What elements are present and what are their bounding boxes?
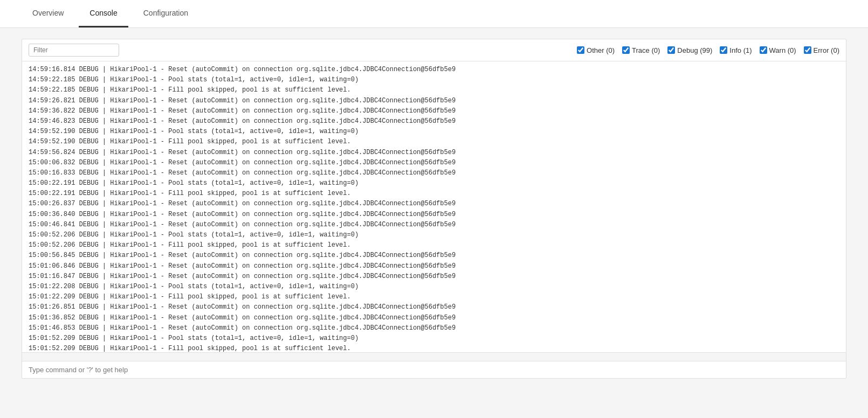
filter-label-warn: Warn (0): [769, 46, 796, 54]
filter-option-warn[interactable]: Warn (0): [760, 46, 796, 54]
filter-checkbox-info[interactable]: [720, 46, 727, 54]
log-area[interactable]: 14:59:16.814 DEBUG | HikariPool-1 - Rese…: [22, 61, 846, 352]
filter-option-other[interactable]: Other (0): [577, 46, 615, 54]
filter-checkbox-debug[interactable]: [667, 46, 675, 54]
console-container: Other (0)Trace (0)Debug (99)Info (1)Warn…: [22, 39, 846, 379]
filter-option-info[interactable]: Info (1): [720, 46, 752, 54]
filter-label-other: Other (0): [587, 46, 615, 54]
filter-label-error: Error (0): [814, 46, 839, 54]
filter-checkbox-error[interactable]: [804, 46, 811, 54]
command-input[interactable]: [29, 366, 839, 374]
filter-checkbox-other[interactable]: [577, 46, 584, 54]
filter-checkbox-trace[interactable]: [622, 46, 630, 54]
filter-input[interactable]: [29, 44, 119, 57]
horizontal-scrollbar[interactable]: [22, 352, 846, 361]
console-toolbar: Other (0)Trace (0)Debug (99)Info (1)Warn…: [22, 39, 846, 61]
command-input-area: [22, 361, 846, 378]
filter-checkbox-warn[interactable]: [760, 46, 767, 54]
filter-label-trace: Trace (0): [632, 46, 660, 54]
filter-option-trace[interactable]: Trace (0): [622, 46, 660, 54]
tab-console[interactable]: Console: [79, 0, 128, 27]
filter-option-debug[interactable]: Debug (99): [667, 46, 712, 54]
tab-overview[interactable]: Overview: [22, 0, 74, 27]
top-nav: Overview Console Configuration: [0, 0, 868, 28]
filter-label-info: Info (1): [729, 46, 752, 54]
main-content: Other (0)Trace (0)Debug (99)Info (1)Warn…: [0, 28, 868, 389]
log-content: 14:59:16.814 DEBUG | HikariPool-1 - Rese…: [22, 61, 846, 352]
filter-label-debug: Debug (99): [677, 46, 712, 54]
filter-option-error[interactable]: Error (0): [804, 46, 839, 54]
filter-options: Other (0)Trace (0)Debug (99)Info (1)Warn…: [577, 46, 839, 54]
tab-configuration[interactable]: Configuration: [133, 0, 199, 27]
